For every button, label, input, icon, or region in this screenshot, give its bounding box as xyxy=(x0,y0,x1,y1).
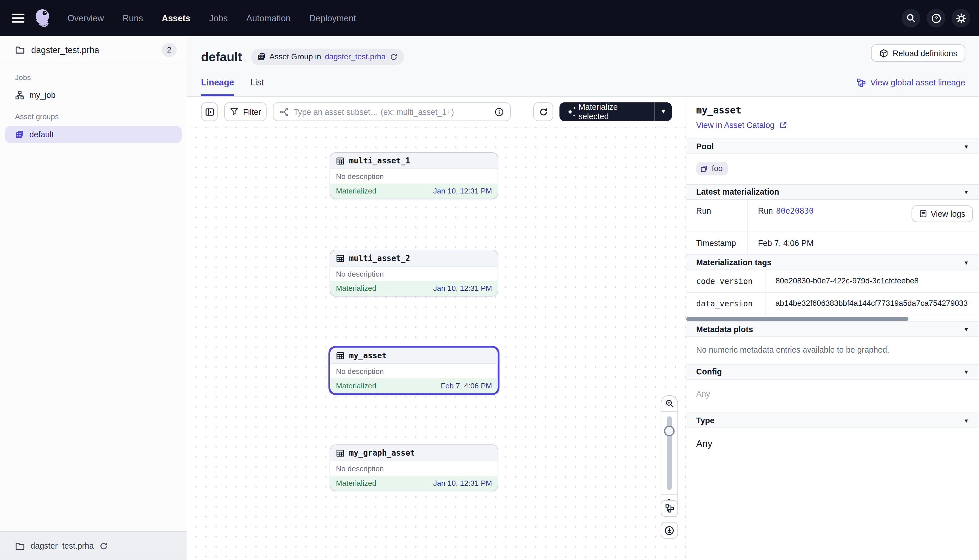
chevron-down-icon: ▼ xyxy=(963,326,969,332)
pool-tag[interactable]: foo xyxy=(696,162,728,175)
asset-node-multi-asset-2[interactable]: multi_asset_2 No description Materialize… xyxy=(330,250,498,297)
svg-text:?: ? xyxy=(934,15,937,21)
nav-item-assets[interactable]: Assets xyxy=(162,13,190,23)
run-prefix: Run xyxy=(758,206,773,215)
run-row-label: Run xyxy=(686,200,748,232)
asset-node-description: No description xyxy=(330,169,498,183)
folder-icon xyxy=(15,45,25,55)
asset-node-name: multi_asset_2 xyxy=(349,253,410,263)
sidebar-item-my-job[interactable]: my_job xyxy=(5,87,182,103)
asset-table-icon xyxy=(336,351,345,360)
asset-node-name: my_graph_asset xyxy=(349,448,415,458)
dagster-logo-icon[interactable] xyxy=(32,7,53,28)
section-materialization-tags[interactable]: Materialization tags ▼ xyxy=(686,255,979,270)
nav-item-runs[interactable]: Runs xyxy=(123,13,143,23)
view-in-asset-catalog-link[interactable]: View in Asset Catalog xyxy=(696,120,969,130)
asset-node-timestamp[interactable]: Jan 10, 12:31 PM xyxy=(433,284,492,293)
chevron-down-icon: ▼ xyxy=(963,417,969,423)
run-row: Run Run 80e20830 View logs xyxy=(686,200,979,232)
asset-node-multi-asset-1[interactable]: multi_asset_1 No description Materialize… xyxy=(330,152,498,199)
materialize-selected-split-button: ✦✦✦ Materialize selected ▼ xyxy=(559,102,672,121)
section-metadata-plots[interactable]: Metadata plots ▼ xyxy=(686,322,979,337)
horizontal-scrollbar-thumb[interactable] xyxy=(686,317,909,321)
asset-group-badge-link[interactable]: dagster_test.prha xyxy=(325,52,386,61)
view-in-asset-catalog-label: View in Asset Catalog xyxy=(696,120,774,130)
asset-group-badge: Asset Group in dagster_test.prha xyxy=(251,49,404,65)
lineage-toolbar: Filter xyxy=(187,97,685,127)
materialize-selected-button[interactable]: ✦✦✦ Materialize selected xyxy=(559,102,654,121)
info-icon[interactable] xyxy=(495,107,504,116)
nav-item-deployment[interactable]: Deployment xyxy=(309,13,356,23)
lineage-canvas[interactable]: multi_asset_1 No description Materialize… xyxy=(187,127,685,560)
settings-gear-icon[interactable] xyxy=(951,9,970,28)
chevron-down-icon: ▼ xyxy=(963,368,969,375)
chevron-down-icon: ▼ xyxy=(963,259,969,265)
filter-label: Filter xyxy=(243,107,261,116)
asset-groups-section-label: Asset groups xyxy=(5,112,182,121)
filter-button[interactable]: Filter xyxy=(224,102,267,121)
materialize-dropdown-caret[interactable]: ▼ xyxy=(654,102,672,121)
section-type-label: Type xyxy=(696,416,714,425)
help-icon[interactable]: ? xyxy=(927,9,945,28)
run-id-link[interactable]: 80e20830 xyxy=(776,206,814,215)
asset-group-icon xyxy=(257,52,266,61)
app: Overview Runs Assets Jobs Automation Dep… xyxy=(0,0,979,560)
sidebar-item-default-group[interactable]: default xyxy=(5,126,182,143)
refresh-graph-button[interactable] xyxy=(534,102,553,121)
job-graph-icon xyxy=(15,90,24,100)
toggle-sidebar-panel-button[interactable] xyxy=(201,102,218,121)
asset-node-timestamp[interactable]: Feb 7, 4:06 PM xyxy=(441,381,492,390)
pool-tag-label: foo xyxy=(712,164,722,173)
asset-node-timestamp[interactable]: Jan 10, 12:31 PM xyxy=(433,479,492,488)
refresh-icon[interactable] xyxy=(99,542,108,550)
horizontal-scrollbar[interactable] xyxy=(686,317,979,322)
section-type[interactable]: Type ▼ xyxy=(686,412,979,428)
nav-item-automation[interactable]: Automation xyxy=(246,13,290,23)
menu-icon[interactable] xyxy=(9,9,28,28)
refresh-icon[interactable] xyxy=(389,53,397,61)
workspace-name: dagster_test.prha xyxy=(31,45,155,55)
asset-table-icon xyxy=(336,253,345,262)
download-image-icon[interactable] xyxy=(660,522,678,538)
code-location-icon xyxy=(879,48,888,58)
nav-item-jobs[interactable]: Jobs xyxy=(209,13,228,23)
zoom-slider[interactable] xyxy=(661,412,677,494)
code-version-key: code_version xyxy=(686,270,766,292)
asset-node-my-asset[interactable]: my_asset No description Materialized Feb… xyxy=(328,346,499,395)
section-config[interactable]: Config ▼ xyxy=(686,364,979,380)
footer-workspace-name: dagster_test.prha xyxy=(31,541,94,551)
chevron-down-icon: ▼ xyxy=(963,189,969,195)
timestamp-row-label: Timestamp xyxy=(686,232,748,254)
search-icon[interactable] xyxy=(902,9,920,28)
metadata-plots-empty-text: No numeric metadata entries available to… xyxy=(686,337,979,364)
workspace-row[interactable]: dagster_test.prha 2 xyxy=(0,36,187,64)
asset-node-timestamp[interactable]: Jan 10, 12:31 PM xyxy=(433,187,492,195)
view-logs-label: View logs xyxy=(931,209,966,218)
rebuild-layout-icon[interactable] xyxy=(660,500,678,517)
jobs-section-label: Jobs xyxy=(5,73,182,82)
asset-subset-search xyxy=(273,102,511,121)
reload-definitions-button[interactable]: Reload definitions xyxy=(871,44,966,62)
zoom-in-icon[interactable] xyxy=(661,396,677,412)
tab-list[interactable]: List xyxy=(250,68,264,96)
section-latest-materialization[interactable]: Latest materialization ▼ xyxy=(686,184,979,200)
sidebar-footer: dagster_test.prha xyxy=(0,531,187,560)
section-pool-label: Pool xyxy=(696,142,714,151)
view-global-asset-lineage-label: View global asset lineage xyxy=(870,78,966,87)
zoom-slider-knob[interactable] xyxy=(664,426,674,436)
external-link-icon xyxy=(779,121,787,129)
lineage-icon xyxy=(857,78,866,87)
asset-table-icon xyxy=(336,448,345,457)
asset-node-description: No description xyxy=(330,267,498,281)
data-version-key: data_version xyxy=(686,293,766,315)
nav-item-overview[interactable]: Overview xyxy=(68,13,104,23)
view-logs-button[interactable]: View logs xyxy=(911,205,973,222)
asset-node-status: Materialized xyxy=(336,479,376,488)
zoom-control xyxy=(660,395,678,511)
tab-lineage[interactable]: Lineage xyxy=(201,68,234,96)
asset-node-my-graph-asset[interactable]: my_graph_asset No description Materializ… xyxy=(330,445,498,492)
asset-subset-input[interactable] xyxy=(294,107,490,116)
view-global-asset-lineage-link[interactable]: View global asset lineage xyxy=(857,78,966,87)
section-pool[interactable]: Pool ▼ xyxy=(686,138,979,154)
tabs-row: Lineage List View global asset lineage xyxy=(187,68,979,97)
